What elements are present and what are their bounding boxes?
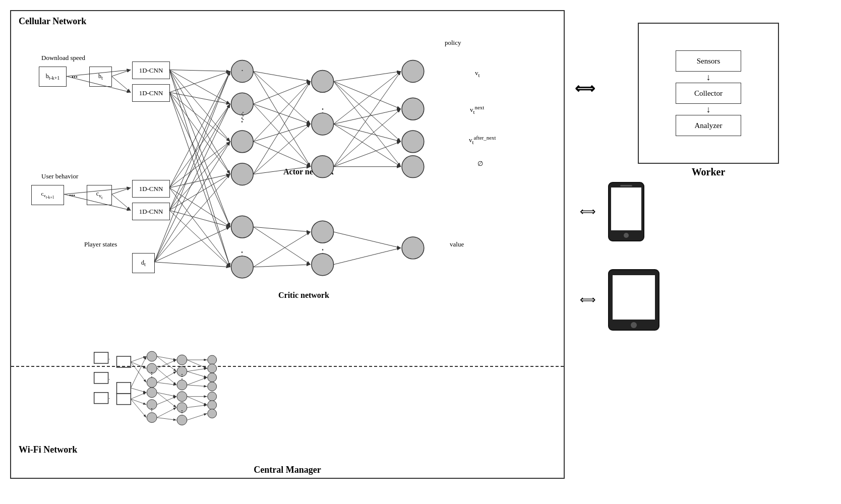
svg-line-135 bbox=[157, 383, 176, 385]
svg-point-106 bbox=[147, 413, 157, 423]
svg-line-58 bbox=[334, 71, 401, 124]
input-box-c-end: cvt bbox=[87, 185, 112, 205]
worker-arrow-container: ⟺ bbox=[575, 80, 597, 97]
svg-line-51 bbox=[253, 81, 311, 174]
svg-line-62 bbox=[334, 71, 401, 166]
cnn-box-1: 1D-CNN bbox=[132, 61, 170, 79]
svg-point-14 bbox=[231, 216, 253, 238]
svg-rect-152 bbox=[611, 187, 641, 230]
svg-point-119 bbox=[208, 392, 217, 401]
worker-box: Sensors ↓ Collector ↓ Analyzer Worker bbox=[638, 23, 779, 164]
input-box-d: dt bbox=[132, 253, 155, 273]
svg-line-32 bbox=[169, 142, 230, 188]
svg-line-131 bbox=[157, 356, 176, 371]
worker-inner: Sensors ↓ Collector ↓ Analyzer bbox=[649, 34, 768, 153]
phone-double-arrow: ⟺ bbox=[580, 205, 596, 218]
svg-line-126 bbox=[131, 388, 146, 393]
dots-separator-2: ··· bbox=[69, 191, 75, 200]
svg-rect-92 bbox=[94, 393, 108, 404]
svg-line-45 bbox=[253, 81, 311, 104]
svg-text:·: · bbox=[241, 66, 243, 76]
svg-line-50 bbox=[253, 142, 311, 167]
svg-line-36 bbox=[169, 142, 230, 210]
svg-line-30 bbox=[169, 71, 230, 187]
svg-point-114 bbox=[177, 415, 187, 425]
svg-line-55 bbox=[334, 81, 401, 109]
svg-line-49 bbox=[253, 124, 311, 142]
tablet-double-arrow: ⟺ bbox=[580, 293, 596, 306]
svg-line-122 bbox=[131, 356, 146, 362]
svg-line-76 bbox=[253, 227, 311, 232]
svg-line-47 bbox=[253, 104, 311, 166]
svg-point-157 bbox=[631, 322, 637, 328]
svg-line-72 bbox=[169, 210, 230, 227]
svg-line-68 bbox=[169, 92, 230, 227]
svg-line-33 bbox=[169, 174, 230, 188]
svg-point-120 bbox=[208, 401, 217, 410]
svg-point-121 bbox=[208, 409, 217, 418]
svg-line-124 bbox=[131, 362, 146, 383]
svg-line-57 bbox=[334, 81, 401, 166]
svg-line-52 bbox=[253, 124, 311, 174]
left-diagram: Cellular Network Wi-Fi Network Central M… bbox=[10, 10, 565, 479]
sensors-box: Sensors bbox=[676, 50, 741, 72]
svg-line-123 bbox=[131, 362, 146, 368]
tablet-row: ⟺ bbox=[575, 267, 817, 333]
svg-line-28 bbox=[169, 92, 230, 142]
svg-rect-90 bbox=[94, 352, 108, 363]
worker-row: ⟺ Sensors ↓ Collector ↓ Analyzer Worker bbox=[575, 10, 817, 166]
sensors-to-collector-arrow: ↓ bbox=[706, 73, 711, 82]
svg-line-139 bbox=[157, 408, 176, 418]
svg-line-42 bbox=[253, 71, 311, 81]
svg-point-116 bbox=[208, 364, 217, 373]
svg-point-110 bbox=[177, 380, 187, 390]
svg-line-88 bbox=[112, 187, 131, 194]
svg-point-20 bbox=[402, 237, 424, 259]
svg-point-111 bbox=[177, 392, 187, 402]
svg-line-64 bbox=[334, 142, 401, 167]
svg-line-146 bbox=[187, 385, 207, 387]
svg-line-40 bbox=[154, 142, 230, 262]
svg-line-69 bbox=[169, 92, 230, 267]
svg-text:⋮: ⋮ bbox=[317, 247, 328, 260]
svg-line-132 bbox=[157, 360, 176, 368]
dashed-divider bbox=[11, 366, 564, 367]
svg-point-17 bbox=[312, 221, 334, 243]
svg-line-142 bbox=[187, 360, 207, 368]
svg-line-54 bbox=[334, 71, 401, 81]
svg-text:·: · bbox=[109, 356, 110, 362]
svg-point-10 bbox=[402, 60, 424, 83]
svg-line-140 bbox=[157, 418, 176, 420]
download-speed-label: Download speed bbox=[41, 54, 85, 62]
svg-point-12 bbox=[402, 131, 424, 153]
svg-line-78 bbox=[253, 232, 311, 267]
svg-point-102 bbox=[147, 377, 157, 388]
svg-point-8 bbox=[312, 113, 334, 135]
svg-line-67 bbox=[169, 70, 230, 267]
svg-line-137 bbox=[157, 393, 176, 408]
svg-line-85 bbox=[112, 76, 131, 92]
svg-point-108 bbox=[177, 366, 187, 376]
svg-line-148 bbox=[187, 397, 207, 405]
svg-point-104 bbox=[147, 400, 157, 410]
svg-line-44 bbox=[253, 71, 311, 166]
svg-point-100 bbox=[147, 363, 157, 373]
central-manager-label: Central Manager bbox=[254, 465, 321, 475]
svg-line-43 bbox=[253, 71, 311, 124]
svg-point-99 bbox=[147, 351, 157, 361]
actor-network-label: Actor network bbox=[283, 167, 334, 176]
cellular-network-label: Cellular Network bbox=[19, 16, 86, 27]
svg-line-63 bbox=[334, 109, 401, 167]
svg-line-35 bbox=[169, 104, 230, 210]
svg-line-128 bbox=[131, 399, 146, 405]
svg-line-150 bbox=[187, 414, 207, 420]
svg-text:⋮: ⋮ bbox=[179, 373, 185, 380]
svg-line-23 bbox=[169, 70, 230, 104]
svg-line-81 bbox=[334, 248, 401, 265]
svg-text:⋮: ⋮ bbox=[236, 249, 248, 262]
svg-text:⋮: ⋮ bbox=[149, 371, 155, 378]
cnn-box-2: 1D-CNN bbox=[132, 84, 170, 102]
svg-line-37 bbox=[169, 174, 230, 211]
svg-line-134 bbox=[157, 371, 176, 383]
svg-rect-154 bbox=[620, 185, 632, 186]
